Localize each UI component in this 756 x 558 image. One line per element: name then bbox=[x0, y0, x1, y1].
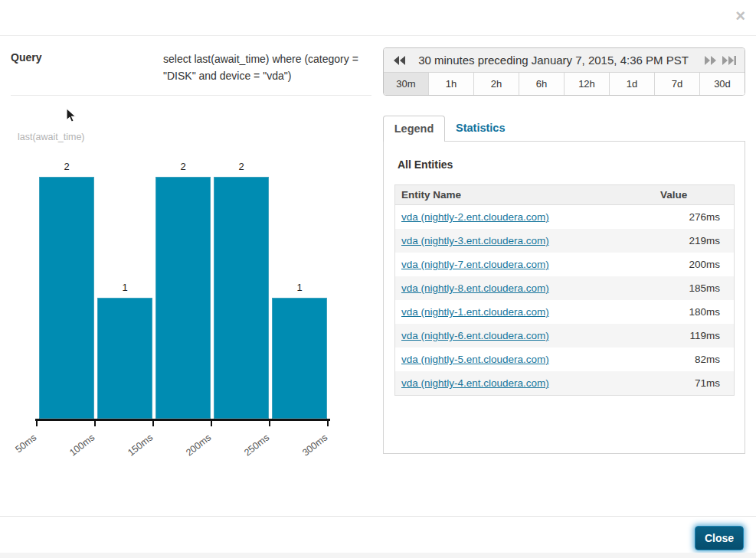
axis-tick bbox=[36, 419, 38, 426]
histogram-bar[interactable] bbox=[272, 298, 327, 419]
entity-link[interactable]: vda (nightly-7.ent.cloudera.com) bbox=[395, 259, 646, 270]
entity-value: 276ms bbox=[646, 211, 734, 223]
entity-link[interactable]: vda (nightly-8.ent.cloudera.com) bbox=[395, 282, 646, 294]
entity-value: 219ms bbox=[646, 235, 734, 246]
footer-divider bbox=[0, 516, 756, 517]
axis-tick-label: 150ms bbox=[105, 432, 155, 474]
histogram: 2122150ms100ms150ms200ms250ms300ms bbox=[35, 162, 365, 456]
axis-tick-label: 200ms bbox=[163, 432, 213, 474]
range-button-2h[interactable]: 2h bbox=[474, 73, 519, 96]
table-row: vda (nightly-7.ent.cloudera.com)200ms bbox=[395, 253, 734, 276]
divider bbox=[11, 95, 371, 96]
histogram-bar[interactable] bbox=[39, 177, 94, 419]
legend-panel: All Entities Entity Name Value vda (nigh… bbox=[383, 141, 745, 454]
table-row: vda (nightly-8.ent.cloudera.com)185ms bbox=[395, 276, 734, 300]
entity-link[interactable]: vda (nightly-2.ent.cloudera.com) bbox=[395, 211, 646, 223]
axis-tick-label: 250ms bbox=[221, 432, 271, 474]
time-range-title: 30 minutes preceding January 7, 2015, 4:… bbox=[411, 48, 695, 73]
range-button-1d[interactable]: 1d bbox=[610, 73, 655, 96]
entity-link[interactable]: vda (nightly-5.ent.cloudera.com) bbox=[395, 354, 646, 365]
skip-to-latest-icon[interactable] bbox=[722, 56, 737, 65]
bar-value-label: 1 bbox=[272, 282, 327, 294]
table-row: vda (nightly-3.ent.cloudera.com)219ms bbox=[395, 229, 734, 253]
table-header-row: Entity Name Value bbox=[395, 185, 734, 205]
all-entities-heading: All Entities bbox=[398, 158, 453, 171]
bar-value-label: 2 bbox=[155, 161, 211, 173]
bar-value-label: 2 bbox=[39, 161, 94, 173]
close-button[interactable]: Close bbox=[695, 526, 744, 550]
mouse-cursor bbox=[66, 108, 77, 123]
range-button-7d[interactable]: 7d bbox=[655, 73, 700, 96]
range-button-30d[interactable]: 30d bbox=[700, 73, 745, 96]
tab-legend[interactable]: Legend bbox=[383, 116, 445, 142]
x-axis-line bbox=[35, 419, 330, 421]
column-header-entity-name: Entity Name bbox=[395, 189, 660, 201]
range-button-12h[interactable]: 12h bbox=[565, 73, 610, 96]
entity-link[interactable]: vda (nightly-4.ent.cloudera.com) bbox=[395, 377, 646, 389]
bar-value-label: 2 bbox=[214, 161, 269, 173]
legend-table: Entity Name Value vda (nightly-2.ent.clo… bbox=[394, 184, 735, 396]
histogram-bar[interactable] bbox=[97, 298, 152, 419]
entity-link[interactable]: vda (nightly-3.ent.cloudera.com) bbox=[395, 235, 646, 246]
entity-value: 71ms bbox=[646, 377, 734, 389]
column-header-value[interactable]: Value bbox=[660, 189, 734, 201]
axis-tick-label: 50ms bbox=[0, 432, 38, 474]
query-label: Query bbox=[11, 51, 41, 64]
time-range-header: 30 minutes preceding January 7, 2015, 4:… bbox=[384, 48, 745, 73]
table-row: vda (nightly-2.ent.cloudera.com)276ms bbox=[395, 205, 734, 229]
tab-statistics[interactable]: Statistics bbox=[456, 116, 505, 142]
axis-tick bbox=[269, 419, 270, 426]
entity-value: 119ms bbox=[646, 330, 734, 341]
range-button-30m[interactable]: 30m bbox=[384, 73, 429, 96]
histogram-bar[interactable] bbox=[214, 177, 269, 419]
axis-tick bbox=[94, 419, 96, 426]
chart-detail-modal: × Query select last(await_time) where (c… bbox=[0, 0, 756, 558]
table-row: vda (nightly-5.ent.cloudera.com)82ms bbox=[395, 348, 734, 371]
modal-header: × bbox=[0, 0, 756, 36]
time-range-buttons: 30m1h2h6h12h1d7d30d bbox=[384, 73, 745, 96]
entity-link[interactable]: vda (nightly-6.ent.cloudera.com) bbox=[395, 330, 646, 341]
rewind-icon[interactable] bbox=[393, 56, 406, 65]
chart-title: last(await_time) bbox=[18, 132, 85, 142]
close-icon[interactable]: × bbox=[735, 5, 745, 27]
bar-value-label: 1 bbox=[97, 282, 152, 294]
fast-forward-icon[interactable] bbox=[704, 56, 717, 65]
entity-value: 200ms bbox=[646, 259, 734, 270]
range-button-1h[interactable]: 1h bbox=[429, 73, 474, 96]
table-row: vda (nightly-4.ent.cloudera.com)71ms bbox=[395, 371, 734, 395]
range-button-6h[interactable]: 6h bbox=[519, 73, 565, 96]
entity-value: 185ms bbox=[646, 282, 734, 294]
axis-tick-label: 300ms bbox=[280, 432, 329, 474]
time-range-selector: 30 minutes preceding January 7, 2015, 4:… bbox=[383, 47, 745, 96]
table-row: vda (nightly-6.ent.cloudera.com)119ms bbox=[395, 324, 734, 348]
axis-tick-label: 100ms bbox=[47, 432, 97, 474]
page-background-strip bbox=[0, 553, 756, 558]
entity-value: 82ms bbox=[646, 354, 734, 365]
value-header-label: Value bbox=[660, 189, 687, 201]
histogram-bar[interactable] bbox=[155, 177, 211, 419]
table-row: vda (nightly-1.ent.cloudera.com)180ms bbox=[395, 300, 734, 324]
query-text: select last(await_time) where (category … bbox=[163, 51, 379, 84]
entity-value: 180ms bbox=[646, 306, 734, 318]
entity-link[interactable]: vda (nightly-1.ent.cloudera.com) bbox=[395, 306, 646, 318]
axis-tick bbox=[327, 419, 329, 426]
axis-tick bbox=[211, 419, 212, 426]
legend-table-body: vda (nightly-2.ent.cloudera.com)276msvda… bbox=[395, 205, 734, 395]
axis-tick bbox=[152, 419, 154, 426]
